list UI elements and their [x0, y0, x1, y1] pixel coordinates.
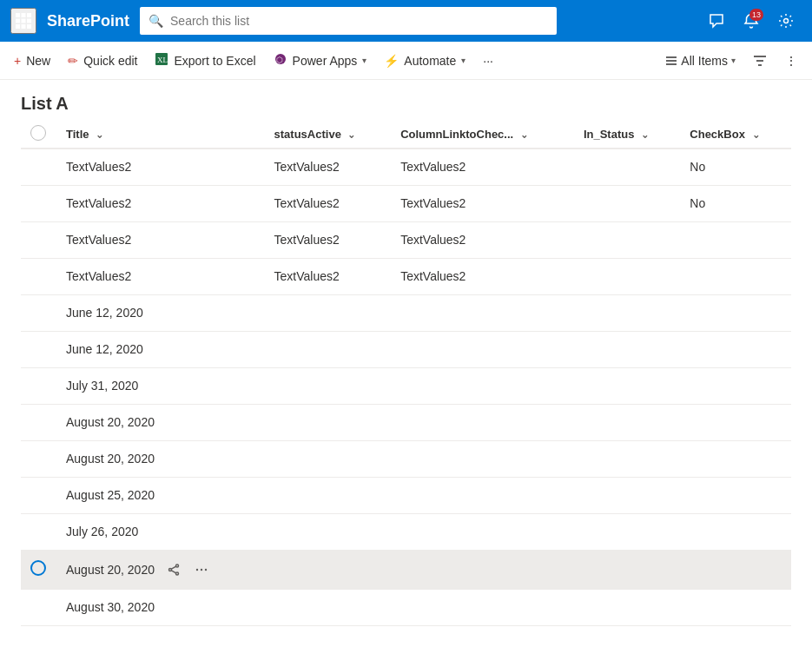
- row-in_status: [573, 404, 679, 440]
- column-columnLinktoChec[interactable]: ColumnLinktoChec... ⌄: [390, 121, 573, 149]
- chat-icon-btn[interactable]: [701, 5, 732, 36]
- automate-button[interactable]: ⚡ Automate ▾: [377, 47, 472, 75]
- more-button[interactable]: ···: [476, 47, 500, 75]
- row-checkbox[interactable]: [21, 477, 56, 513]
- table-row: August 25, 2020: [21, 477, 791, 513]
- row-checkbox[interactable]: [21, 550, 56, 589]
- row-columnLinktoChec: [390, 440, 573, 477]
- row-title: TextValues2: [56, 149, 264, 185]
- row-statusActive: [264, 477, 391, 513]
- row-statusActive: [264, 367, 391, 404]
- row-checkbox[interactable]: [21, 331, 56, 367]
- row-checkbox[interactable]: [21, 149, 56, 185]
- row-title: July 31, 2020: [56, 367, 264, 404]
- svg-rect-5: [27, 19, 31, 23]
- row-in_status: [573, 294, 679, 331]
- svg-rect-0: [16, 13, 20, 17]
- row-checkbox: [679, 294, 791, 331]
- row-in_status: [573, 477, 679, 513]
- svg-text:XL: XL: [157, 56, 168, 64]
- row-title: August 20, 2020: [56, 404, 264, 440]
- column-title[interactable]: Title ⌄: [56, 121, 264, 149]
- row-in_status: [573, 331, 679, 367]
- svg-point-9: [784, 19, 789, 23]
- view-chevron: ▾: [731, 56, 736, 65]
- svg-rect-4: [22, 19, 26, 23]
- sort-icon: ⌄: [752, 129, 760, 140]
- row-checkbox: [679, 404, 791, 440]
- row-columnLinktoChec: TextValues2: [390, 185, 573, 221]
- row-checkbox: [679, 367, 791, 404]
- table-row: August 20, 2020: [21, 440, 791, 477]
- table-row: June 12, 2020: [21, 294, 791, 331]
- row-checkbox[interactable]: [21, 294, 56, 331]
- svg-rect-7: [22, 24, 26, 29]
- nav-brand: SharePoint: [47, 12, 129, 30]
- table-header: Title ⌄ statusActive ⌄ ColumnLinktoChec.…: [21, 121, 791, 149]
- row-statusActive: [264, 550, 391, 589]
- row-checkbox: No: [679, 149, 791, 185]
- group-by-button[interactable]: ⋮: [777, 47, 805, 75]
- row-title: June 12, 2020: [56, 294, 264, 331]
- row-in_status: [573, 513, 679, 550]
- row-columnLinktoChec: [390, 331, 573, 367]
- automate-label: Automate: [404, 54, 456, 68]
- row-statusActive: [264, 404, 391, 440]
- select-all-checkbox[interactable]: [21, 121, 56, 149]
- row-checkbox[interactable]: [21, 589, 56, 625]
- row-title: August 30, 2020: [56, 589, 264, 625]
- new-button[interactable]: + New: [7, 47, 57, 75]
- column-in-status[interactable]: In_Status ⌄: [573, 121, 679, 149]
- row-checkbox: [679, 513, 791, 550]
- settings-icon-btn[interactable]: [770, 5, 802, 36]
- row-title: August 20, 2020: [56, 440, 264, 477]
- row-in_status: [573, 367, 679, 404]
- row-title: August 20, 2020: [56, 550, 264, 589]
- table-body: TextValues2TextValues2TextValues2NoTextV…: [21, 149, 791, 625]
- row-checkbox: [679, 477, 791, 513]
- row-checkbox[interactable]: [21, 221, 56, 258]
- export-label: Export to Excel: [174, 54, 255, 68]
- waffle-icon[interactable]: [10, 8, 36, 34]
- search-input[interactable]: [170, 14, 548, 28]
- row-in_status: [573, 258, 679, 294]
- export-icon: XL: [155, 52, 168, 69]
- row-checkbox[interactable]: [21, 513, 56, 550]
- column-checkbox[interactable]: CheckBox ⌄: [679, 121, 791, 149]
- row-title: TextValues2: [56, 221, 264, 258]
- more-actions-btn[interactable]: [189, 558, 214, 582]
- svg-point-19: [168, 568, 171, 571]
- row-in_status: [573, 185, 679, 221]
- row-statusActive: [264, 513, 391, 550]
- more-label: ···: [483, 54, 493, 68]
- row-checkbox[interactable]: [21, 367, 56, 404]
- row-checkbox[interactable]: [21, 440, 56, 477]
- view-selector-button[interactable]: All Items ▾: [658, 47, 743, 75]
- row-checkbox[interactable]: [21, 185, 56, 221]
- power-apps-button[interactable]: ⬡ Power Apps ▾: [267, 47, 374, 75]
- power-apps-label: Power Apps: [293, 54, 358, 68]
- edit-icon: ✏: [68, 54, 78, 68]
- quick-edit-button[interactable]: ✏ Quick edit: [61, 47, 144, 75]
- notification-icon-btn[interactable]: 13: [736, 5, 767, 36]
- column-statusActive[interactable]: statusActive ⌄: [264, 121, 391, 149]
- share-icon-btn[interactable]: [162, 558, 186, 582]
- row-checkbox[interactable]: [21, 404, 56, 440]
- row-title: August 25, 2020: [56, 477, 264, 513]
- row-checkbox: [679, 440, 791, 477]
- filter-button[interactable]: [746, 47, 774, 75]
- page-title: List A: [0, 80, 812, 121]
- sort-icon: ⌄: [520, 129, 528, 140]
- export-button[interactable]: XL Export to Excel: [148, 47, 262, 75]
- row-actions: [162, 558, 214, 582]
- row-checkbox[interactable]: [21, 258, 56, 294]
- row-in_status: [573, 440, 679, 477]
- command-bar: + New ✏ Quick edit XL Export to Excel ⬡ …: [0, 42, 812, 80]
- command-bar-right: All Items ▾ ⋮: [658, 47, 805, 75]
- quick-edit-label: Quick edit: [83, 54, 137, 68]
- row-statusActive: TextValues2: [264, 258, 391, 294]
- row-in_status: [573, 221, 679, 258]
- table-row: August 20, 2020: [21, 404, 791, 440]
- row-columnLinktoChec: TextValues2: [390, 258, 573, 294]
- row-in_status: [573, 149, 679, 185]
